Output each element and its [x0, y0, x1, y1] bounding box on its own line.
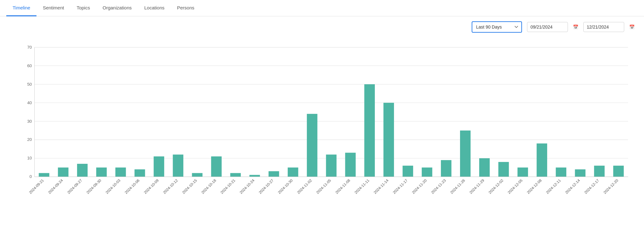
svg-text:30: 30	[27, 119, 32, 124]
x-label-2024-11-23: 2024-11-23	[430, 178, 447, 195]
x-label-2024-10-06: 2024-10-06	[124, 178, 141, 195]
bar-2024-10-30[interactable]	[288, 168, 298, 177]
tab-organizations[interactable]: Organizations	[96, 0, 138, 16]
nav-tabs: TimelineSentimentTopicsOrganizationsLoca…	[0, 0, 644, 16]
bar-2024-12-14[interactable]	[575, 169, 585, 177]
bar-2024-10-03[interactable]	[115, 168, 126, 177]
x-label-2024-10-24: 2024-10-24	[239, 178, 255, 195]
bar-2024-11-29[interactable]	[479, 158, 490, 177]
tab-persons[interactable]: Persons	[171, 0, 201, 16]
end-date-calendar-icon: 📅	[629, 24, 635, 29]
y-axis-label	[9, 41, 16, 209]
x-label-2024-11-11: 2024-11-11	[354, 178, 370, 195]
bar-2024-12-05[interactable]	[518, 168, 528, 177]
bar-2024-10-15[interactable]	[192, 173, 202, 177]
x-label-2024-09-24: 2024-09-24	[47, 178, 64, 195]
bar-2024-11-20[interactable]	[422, 168, 432, 177]
bar-2024-10-12[interactable]	[173, 155, 183, 177]
controls-bar: Last 7 DaysLast 30 DaysLast 90 DaysLast …	[0, 16, 644, 38]
bar-2024-09-21[interactable]	[39, 173, 49, 177]
bar-2024-11-08[interactable]	[345, 153, 356, 177]
bar-2024-11-14[interactable]	[383, 103, 394, 177]
bar-2024-10-24[interactable]	[249, 175, 260, 177]
x-label-2024-11-29: 2024-11-29	[469, 178, 485, 195]
bar-2024-11-26[interactable]	[460, 131, 470, 177]
svg-text:60: 60	[27, 63, 32, 68]
bar-2024-09-27[interactable]	[77, 164, 87, 177]
svg-text:20: 20	[27, 137, 32, 142]
x-label-2024-09-21: 2024-09-21	[28, 178, 45, 195]
x-label-2024-12-02: 2024-12-02	[488, 178, 504, 195]
chart-inner: 0102030405060702024-09-212024-09-242024-…	[18, 41, 635, 209]
x-label-2024-10-12: 2024-10-12	[162, 178, 179, 195]
bar-chart: 0102030405060702024-09-212024-09-242024-…	[18, 41, 635, 209]
bar-2024-11-05[interactable]	[326, 155, 336, 177]
bar-2024-09-24[interactable]	[58, 168, 68, 177]
chart-container: 0102030405060702024-09-212024-09-242024-…	[0, 38, 644, 215]
x-label-2024-11-17: 2024-11-17	[392, 178, 408, 195]
end-date-input[interactable]	[583, 22, 624, 32]
x-label-2024-10-21: 2024-10-21	[219, 178, 236, 195]
x-label-2024-10-18: 2024-10-18	[200, 178, 217, 195]
svg-text:10: 10	[27, 156, 32, 160]
bar-2024-10-18[interactable]	[211, 156, 221, 177]
x-label-2024-12-17: 2024-12-17	[583, 178, 600, 195]
tab-sentiment[interactable]: Sentiment	[36, 0, 70, 16]
x-label-2024-09-30: 2024-09-30	[86, 178, 102, 195]
svg-text:70: 70	[27, 45, 32, 50]
start-date-input[interactable]	[527, 22, 568, 32]
x-label-2024-12-11: 2024-12-11	[545, 178, 562, 195]
tab-locations[interactable]: Locations	[138, 0, 171, 16]
bar-2024-10-06[interactable]	[135, 169, 145, 177]
bar-2024-10-27[interactable]	[269, 171, 279, 177]
x-label-2024-11-05: 2024-11-05	[315, 178, 332, 195]
bar-2024-11-23[interactable]	[441, 160, 451, 177]
bar-2024-10-09[interactable]	[154, 156, 164, 177]
svg-text:40: 40	[27, 100, 32, 105]
x-label-2024-11-26: 2024-11-26	[449, 178, 466, 195]
bar-2024-12-20[interactable]	[613, 166, 624, 177]
svg-text:50: 50	[27, 82, 32, 87]
date-range-select[interactable]: Last 7 DaysLast 30 DaysLast 90 DaysLast …	[472, 21, 522, 33]
x-label-2024-10-30: 2024-10-30	[277, 178, 294, 195]
bar-2024-11-02[interactable]	[307, 114, 317, 177]
x-label-2024-10-27: 2024-10-27	[258, 178, 275, 195]
x-label-2024-11-02: 2024-11-02	[296, 178, 313, 195]
x-label-2024-11-08: 2024-11-08	[335, 178, 351, 195]
bar-2024-11-11[interactable]	[364, 84, 375, 177]
bar-2024-12-02[interactable]	[498, 162, 509, 177]
x-label-2024-12-08: 2024-12-08	[526, 178, 543, 195]
svg-text:0: 0	[30, 174, 32, 179]
x-label-2024-11-14: 2024-11-14	[373, 178, 389, 195]
bar-2024-12-11[interactable]	[556, 168, 566, 177]
x-label-2024-10-03: 2024-10-03	[105, 178, 121, 195]
bar-2024-11-17[interactable]	[402, 166, 413, 177]
x-label-2024-10-09: 2024-10-09	[143, 178, 160, 195]
x-label-2024-10-15: 2024-10-15	[181, 178, 198, 195]
tab-timeline[interactable]: Timeline	[6, 0, 36, 16]
tab-topics[interactable]: Topics	[70, 0, 97, 16]
date-separator-icon: 📅	[573, 24, 578, 29]
x-label-2024-11-20: 2024-11-20	[411, 178, 428, 195]
x-label-2024-12-20: 2024-12-20	[602, 178, 619, 195]
bar-2024-12-08[interactable]	[537, 143, 547, 177]
x-label-2024-12-14: 2024-12-14	[564, 178, 581, 195]
bar-2024-09-30[interactable]	[96, 168, 107, 177]
x-label-2024-12-05: 2024-12-05	[507, 178, 524, 195]
bar-2024-12-17[interactable]	[594, 166, 604, 177]
x-label-2024-09-27: 2024-09-27	[66, 178, 83, 195]
bar-2024-10-21[interactable]	[230, 173, 241, 177]
